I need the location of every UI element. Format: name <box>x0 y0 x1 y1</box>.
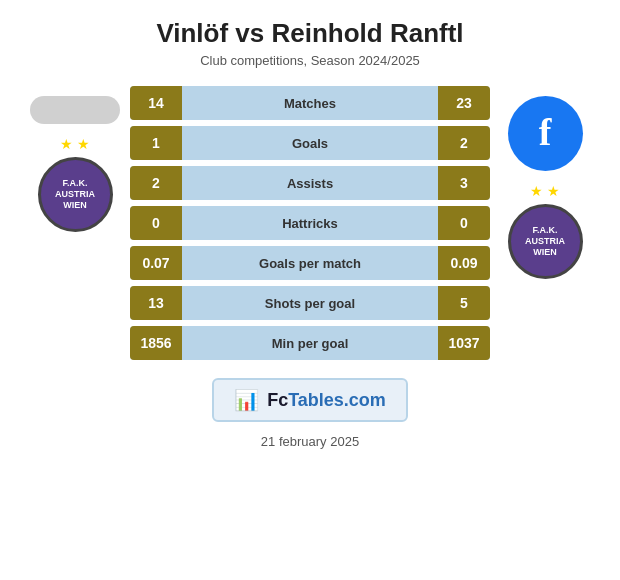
footer-date: 21 february 2025 <box>261 434 359 449</box>
fctables-text: FcTables.com <box>267 390 386 411</box>
fctables-icon: 📊 <box>234 388 259 412</box>
left-stars: ★ ★ <box>60 136 90 152</box>
stat-right-val-5: 5 <box>438 286 490 320</box>
fctables-colored-text: Tables.com <box>288 390 386 410</box>
left-club-logo-text: F.A.K. AUSTRIA WIEN <box>55 178 95 210</box>
left-star-2: ★ <box>77 136 90 152</box>
right-star-1: ★ <box>530 183 543 199</box>
left-star-1: ★ <box>60 136 73 152</box>
stat-right-val-4: 0.09 <box>438 246 490 280</box>
stat-label-1: Goals <box>182 136 438 151</box>
left-club: ★ ★ F.A.K. AUSTRIA WIEN <box>20 86 130 232</box>
left-banner <box>30 96 120 124</box>
stat-label-5: Shots per goal <box>182 296 438 311</box>
stat-row: 2Assists3 <box>130 166 490 200</box>
right-club-logo: F.A.K. AUSTRIA WIEN <box>508 204 583 279</box>
facebook-logo: f <box>508 96 583 171</box>
stat-left-val-5: 13 <box>130 286 182 320</box>
stat-right-val-6: 1037 <box>438 326 490 360</box>
stat-left-val-3: 0 <box>130 206 182 240</box>
left-club-logo: F.A.K. AUSTRIA WIEN <box>38 157 113 232</box>
bottom-section: 📊 FcTables.com 21 february 2025 <box>20 364 600 449</box>
right-club: f ★ ★ F.A.K. AUSTRIA WIEN <box>490 86 600 279</box>
stat-left-val-1: 1 <box>130 126 182 160</box>
page-subtitle: Club competitions, Season 2024/2025 <box>200 53 420 68</box>
stat-left-val-2: 2 <box>130 166 182 200</box>
stat-row: 0Hattricks0 <box>130 206 490 240</box>
stat-left-val-0: 14 <box>130 86 182 120</box>
stat-row: 1856Min per goal1037 <box>130 326 490 360</box>
right-star-2: ★ <box>547 183 560 199</box>
stat-right-val-2: 3 <box>438 166 490 200</box>
stat-left-val-4: 0.07 <box>130 246 182 280</box>
stat-label-2: Assists <box>182 176 438 191</box>
stat-label-3: Hattricks <box>182 216 438 231</box>
stat-label-6: Min per goal <box>182 336 438 351</box>
page-title: Vinlöf vs Reinhold Ranftl <box>156 18 463 49</box>
stat-row: 0.07Goals per match0.09 <box>130 246 490 280</box>
right-stars: ★ ★ <box>530 183 560 199</box>
main-content: ★ ★ F.A.K. AUSTRIA WIEN 14Matches231Goal… <box>20 86 600 360</box>
page-wrapper: Vinlöf vs Reinhold Ranftl Club competiti… <box>0 0 620 580</box>
stat-label-0: Matches <box>182 96 438 111</box>
stat-right-val-3: 0 <box>438 206 490 240</box>
stat-label-4: Goals per match <box>182 256 438 271</box>
stat-right-val-1: 2 <box>438 126 490 160</box>
fctables-banner[interactable]: 📊 FcTables.com <box>212 378 408 422</box>
stat-right-val-0: 23 <box>438 86 490 120</box>
stat-row: 13Shots per goal5 <box>130 286 490 320</box>
facebook-f-icon: f <box>539 110 552 154</box>
stats-column: 14Matches231Goals22Assists30Hattricks00.… <box>130 86 490 360</box>
stat-row: 14Matches23 <box>130 86 490 120</box>
right-club-logo-text: F.A.K. AUSTRIA WIEN <box>525 225 565 257</box>
stat-row: 1Goals2 <box>130 126 490 160</box>
stat-left-val-6: 1856 <box>130 326 182 360</box>
